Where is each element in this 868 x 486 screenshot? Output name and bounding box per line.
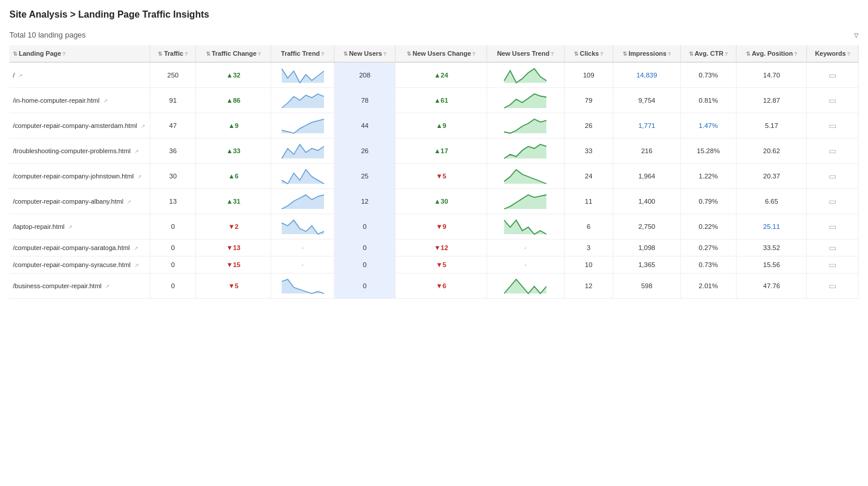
table-row: /business-computer-repair.html ↗0▼5 0▼6 … <box>9 274 859 299</box>
avg-position-cell: 33.52 <box>737 239 807 256</box>
traffic-trend-cell: • <box>271 239 335 256</box>
landing-page-link[interactable]: /computer-repair-company-saratoga.html <box>13 244 130 251</box>
impressions-cell: 2,750 <box>613 214 680 239</box>
new-users-cell: 0 <box>335 239 396 256</box>
landing-page-link[interactable]: /in-home-computer-repair.html <box>13 97 99 104</box>
impressions-cell: 216 <box>613 139 680 164</box>
landing-page-link[interactable]: /computer-repair-company-amsterdam.html <box>13 122 137 129</box>
landing-page-cell: / ↗ <box>9 62 150 88</box>
new-users-change-cell: ▲24 <box>396 62 487 88</box>
external-link-icon[interactable]: ↗ <box>137 174 142 180</box>
traffic-cell: 47 <box>150 113 196 139</box>
traffic-change-cell: ▲33 <box>196 139 271 164</box>
external-link-icon[interactable]: ↗ <box>103 98 108 104</box>
avg-position-cell: 15.56 <box>737 256 807 274</box>
col-header-avg_position[interactable]: ⇅Avg. Position? <box>737 45 807 62</box>
new-users-trend-cell <box>487 113 565 139</box>
traffic-trend-cell <box>271 164 335 189</box>
landing-page-link[interactable]: /troubleshooting-computer-problems.html <box>13 147 131 154</box>
external-link-icon[interactable]: ↗ <box>127 199 131 205</box>
new-users-trend-cell: • <box>487 239 565 256</box>
keywords-cell[interactable]: ▭ <box>807 274 859 299</box>
keywords-cell[interactable]: ▭ <box>807 189 859 214</box>
new-users-trend-cell: • <box>487 256 565 274</box>
new-users-cell: 0 <box>335 274 396 299</box>
monitor-icon: ▭ <box>829 222 836 231</box>
keywords-cell[interactable]: ▭ <box>807 139 859 164</box>
new-users-change-cell: ▲17 <box>396 139 487 164</box>
col-header-clicks[interactable]: ⇅Clicks? <box>564 45 613 62</box>
traffic-change-cell: ▲86 <box>196 88 271 113</box>
clicks-cell: 11 <box>564 189 613 214</box>
svg-marker-8 <box>282 170 324 184</box>
keywords-cell[interactable]: ▭ <box>807 113 859 139</box>
table-row: /laptop-repair.html ↗0▼2 0▼9 62,7500.22%… <box>9 214 859 239</box>
landing-page-link[interactable]: /computer-repair-company-johnstown.html <box>13 173 134 180</box>
svg-marker-2 <box>282 94 324 108</box>
filter-icon[interactable]: ▿ <box>854 29 859 41</box>
keywords-cell[interactable]: ▭ <box>807 62 859 88</box>
external-link-icon[interactable]: ↗ <box>68 224 73 230</box>
landing-page-cell: /computer-repair-company-amsterdam.html … <box>9 113 150 139</box>
clicks-cell: 24 <box>564 164 613 189</box>
avg-ctr-cell: 2.01% <box>680 274 736 299</box>
traffic-cell: 250 <box>150 62 196 88</box>
traffic-change-cell: ▼13 <box>196 239 271 256</box>
new-users-change-cell: ▼12 <box>396 239 487 256</box>
new-users-cell: 208 <box>335 62 396 88</box>
external-link-icon[interactable]: ↗ <box>134 262 139 268</box>
impressions-cell: 14,839 <box>613 62 680 88</box>
clicks-cell: 3 <box>564 239 613 256</box>
landing-page-cell: /computer-repair-company-johnstown.html … <box>9 164 150 189</box>
landing-page-link[interactable]: /computer-repair-company-syracuse.html <box>13 261 131 268</box>
table-row: /troubleshooting-computer-problems.html … <box>9 139 859 164</box>
external-link-icon[interactable]: ↗ <box>134 148 139 154</box>
keywords-cell[interactable]: ▭ <box>807 214 859 239</box>
avg-ctr-cell: 0.27% <box>680 239 736 256</box>
new-users-change-cell: ▼5 <box>396 256 487 274</box>
col-header-new_users_change[interactable]: ⇅New Users Change? <box>396 45 487 62</box>
clicks-cell: 26 <box>564 113 613 139</box>
new-users-trend-cell <box>487 214 565 239</box>
col-header-new_users[interactable]: ⇅New Users? <box>335 45 396 62</box>
traffic-trend-cell <box>271 113 335 139</box>
landing-page-link[interactable]: / <box>13 72 15 79</box>
col-header-traffic_change[interactable]: ⇅Traffic Change? <box>196 45 271 62</box>
col-header-avg_ctr[interactable]: ⇅Avg. CTR? <box>680 45 736 62</box>
external-link-icon[interactable]: ↗ <box>134 245 139 251</box>
svg-marker-7 <box>504 144 546 158</box>
col-header-new_users_trend: New Users Trend? <box>487 45 565 62</box>
traffic-trend-cell <box>271 189 335 214</box>
monitor-icon: ▭ <box>829 281 836 291</box>
col-header-landing_page[interactable]: ⇅Landing Page? <box>9 45 150 62</box>
new-users-cell: 78 <box>335 88 396 113</box>
external-link-icon[interactable]: ↗ <box>105 284 110 289</box>
traffic-cell: 91 <box>150 88 196 113</box>
clicks-cell: 10 <box>564 256 613 274</box>
new-users-trend-cell <box>487 164 565 189</box>
external-link-icon[interactable]: ↗ <box>141 123 146 129</box>
landing-page-link[interactable]: /computer-repair-company-albany.html <box>13 198 123 205</box>
keywords-cell[interactable]: ▭ <box>807 88 859 113</box>
external-link-icon[interactable]: ↗ <box>18 73 23 79</box>
traffic-trend-cell: • <box>271 256 335 274</box>
new-users-trend-cell <box>487 274 565 299</box>
keywords-cell[interactable]: ▭ <box>807 256 859 274</box>
clicks-cell: 79 <box>564 88 613 113</box>
keywords-cell[interactable]: ▭ <box>807 164 859 189</box>
avg-position-cell: 6.65 <box>737 189 807 214</box>
landing-page-link[interactable]: /business-computer-repair.html <box>13 282 102 289</box>
page-title: Site Analysis > Landing Page Traffic Ins… <box>9 9 859 20</box>
table-header: ⇅Landing Page?⇅Traffic?⇅Traffic Change?T… <box>9 45 859 62</box>
col-header-traffic[interactable]: ⇅Traffic? <box>150 45 196 62</box>
total-label: Total 10 landing pages <box>9 31 86 39</box>
monitor-icon: ▭ <box>829 96 836 105</box>
keywords-cell[interactable]: ▭ <box>807 239 859 256</box>
new-users-change-cell: ▼9 <box>396 214 487 239</box>
new-users-trend-cell <box>487 139 565 164</box>
table-row: /in-home-computer-repair.html ↗91▲86 78▲… <box>9 88 859 113</box>
landing-page-cell: /computer-repair-company-albany.html ↗ <box>9 189 150 214</box>
table-row: / ↗250▲32 208▲24 10914,8390.73%14.70▭ <box>9 62 859 88</box>
landing-page-link[interactable]: /laptop-repair.html <box>13 223 65 230</box>
col-header-impressions[interactable]: ⇅Impressions? <box>613 45 680 62</box>
